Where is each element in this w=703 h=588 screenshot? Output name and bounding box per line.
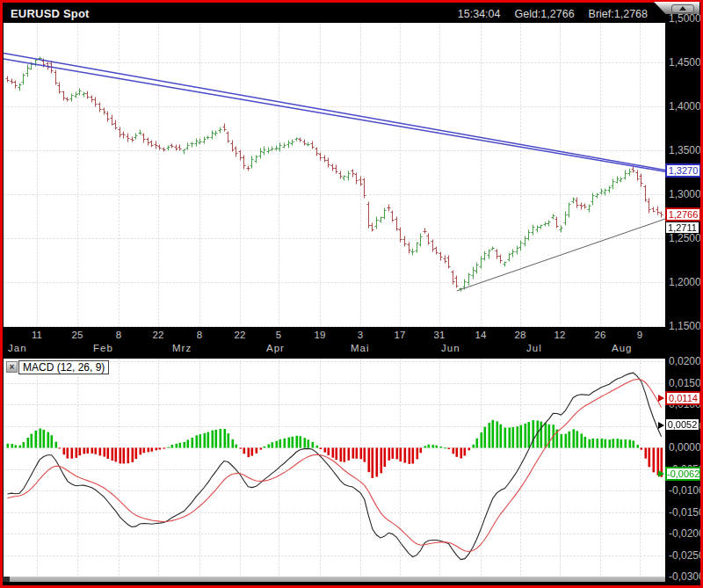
month-axis-tick: Jul — [526, 343, 542, 353]
page-title: EURUSD Spot — [11, 7, 90, 20]
value-marker-box: 0,0052 — [665, 418, 699, 431]
macd-axis-tick: -0,0200 — [669, 527, 703, 540]
value-marker-box: -0,0062 — [665, 467, 701, 481]
chevron-pill — [671, 4, 694, 13]
month-axis-tick: Jan — [8, 343, 27, 353]
date-axis-tick: 28 — [509, 330, 532, 340]
date-axis-tick: 22 — [228, 330, 251, 340]
bid-value: Geld:1,2766 — [514, 8, 574, 20]
date-axis-tick: 26 — [589, 330, 612, 340]
date-axis-tick: 17 — [388, 330, 411, 340]
marker-arrow-icon — [658, 395, 664, 402]
price-axis-tick: 1,5000 — [669, 12, 701, 25]
value-marker-box: 1,2766 — [665, 207, 701, 221]
date-axis-tick: 3 — [349, 330, 372, 340]
value-marker-box: 1,2711 — [665, 221, 699, 234]
chart-window: EURUSD Spot 15:34:04Geld:1,2766Brief:1,2… — [0, 0, 703, 588]
close-icon[interactable]: × — [6, 361, 18, 373]
value-marker-box: 0,0114 — [665, 391, 701, 405]
date-axis-tick: 5 — [267, 330, 290, 340]
date-axis-tick: 11 — [25, 330, 48, 340]
macd-chart-canvas[interactable] — [4, 359, 665, 577]
macd-axis-tick: -0,0100 — [669, 484, 703, 497]
panel-resize-bar[interactable] — [3, 577, 665, 582]
chevron-up-icon — [679, 6, 686, 11]
date-axis-tick: 8 — [188, 330, 211, 340]
macd-indicator-label[interactable]: MACD (12, 26, 9) — [18, 360, 109, 374]
price-axis-tick: 1,4000 — [669, 100, 701, 113]
macd-axis-tick: 0,0200 — [669, 355, 701, 367]
macd-axis-tick: -0,0150 — [669, 506, 703, 519]
macd-axis-tick: -0,0300 — [669, 570, 703, 583]
date-axis-tick: 14 — [469, 330, 492, 340]
month-axis-tick: Mai — [351, 343, 370, 353]
quote-strip: 15:34:04Geld:1,2766Brief:1,2768 — [444, 8, 648, 20]
marker-arrow-icon — [658, 470, 664, 477]
month-axis-tick: Mrz — [172, 343, 192, 353]
month-axis-tick: Jun — [441, 343, 460, 353]
ask-value: Brief:1,2768 — [589, 8, 648, 20]
macd-axis-tick: 0,0150 — [669, 377, 701, 389]
date-axis-tick: 31 — [428, 330, 451, 340]
date-axis-tick: 9 — [628, 330, 651, 340]
title-bar: EURUSD Spot 15:34:04Geld:1,2766Brief:1,2… — [3, 3, 700, 23]
price-axis-tick: 1,2500 — [669, 232, 701, 244]
marker-arrow-icon — [658, 422, 664, 429]
month-axis-tick: Aug — [612, 343, 632, 353]
value-marker-box: 1,3270 — [665, 163, 701, 178]
month-axis-tick: Feb — [93, 343, 113, 353]
date-axis-tick: 25 — [66, 330, 89, 340]
resize-handle-icon — [3, 577, 10, 582]
price-axis-tick: 1,2000 — [669, 276, 701, 288]
month-axis-tick: Apr — [266, 343, 285, 353]
date-axis-tick: 22 — [147, 330, 170, 340]
time-display: 15:34:04 — [458, 8, 501, 20]
macd-axis-tick: -0,0250 — [669, 549, 703, 562]
date-axis-tick: 12 — [548, 330, 571, 340]
price-axis-tick: 1,4500 — [669, 56, 701, 69]
macd-axis-tick: 0,0000 — [669, 441, 701, 454]
date-axis-tick: 8 — [107, 330, 130, 340]
price-chart-canvas[interactable] — [4, 23, 665, 327]
date-axis-tick: 19 — [308, 330, 331, 340]
price-axis-tick: 1,3500 — [669, 144, 701, 156]
price-axis-tick: 1,3000 — [669, 188, 701, 200]
price-axis-tick: 1,1500 — [669, 320, 701, 332]
